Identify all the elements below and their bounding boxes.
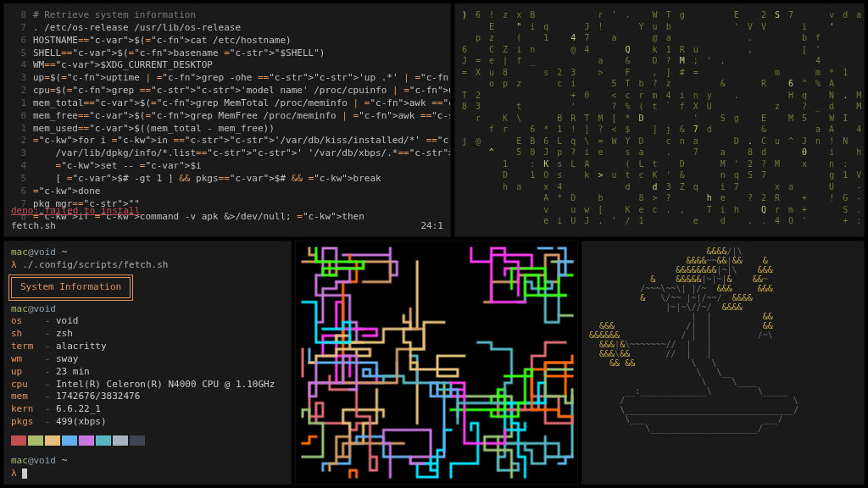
sysinfo-box: System Information (11, 277, 131, 298)
prompt-user: mac (11, 247, 28, 258)
userhost-line: mac@void (11, 303, 284, 316)
pipes-pane (295, 241, 578, 485)
prompt-host: void (34, 247, 57, 258)
editor-cursor-pos: 24:1 (421, 220, 444, 233)
editor-code[interactable]: # Retrieve system information. /etc/os-r… (33, 9, 447, 223)
ascii-bonsai-pane: &&&&/|\ &&&&~~&&|&& & &&&&&&&&|~|\ &&& &… (581, 241, 865, 485)
terminal-pane[interactable]: mac@void ~ λ ./.config/scripts/fetch.sh … (3, 241, 292, 485)
terminal-cursor (22, 469, 27, 479)
cmatrix-pane: ) 6 ! z x B r ' . W T g E 2 S 7 v d a c … (454, 3, 865, 237)
color-swatches (11, 435, 284, 450)
prompt-cursor-line[interactable]: λ (11, 468, 284, 480)
editor-filename: fetch.sh (11, 220, 56, 231)
bonsai-art: &&&&/|\ &&&&~~&&|&& & &&&&&&&&|~|\ &&& &… (589, 247, 857, 433)
code-editor-pane[interactable]: 87654321012345678 # Retrieve system info… (3, 3, 451, 237)
lambda-glyph: λ (11, 259, 17, 270)
prompt-line-2: mac@void ~ (11, 455, 284, 468)
editor-gutter: 87654321012345678 (4, 9, 26, 223)
prompt-line: mac@void ~ (11, 247, 284, 259)
command-line: λ ./.config/scripts/fetch.sh (11, 259, 284, 272)
prompt-path: ~ (62, 247, 68, 258)
typed-command: ./.config/scripts/fetch.sh (22, 259, 168, 270)
pipes-canvas (296, 241, 577, 484)
editor-status-bar: fetch.sh 24:1 (11, 220, 443, 233)
editor-error-line: deno: failed to install (11, 205, 140, 218)
prompt-at: @ (28, 247, 34, 258)
sysinfo-list: os - voidsh - zshterm - alacrittywm - sw… (11, 315, 284, 429)
